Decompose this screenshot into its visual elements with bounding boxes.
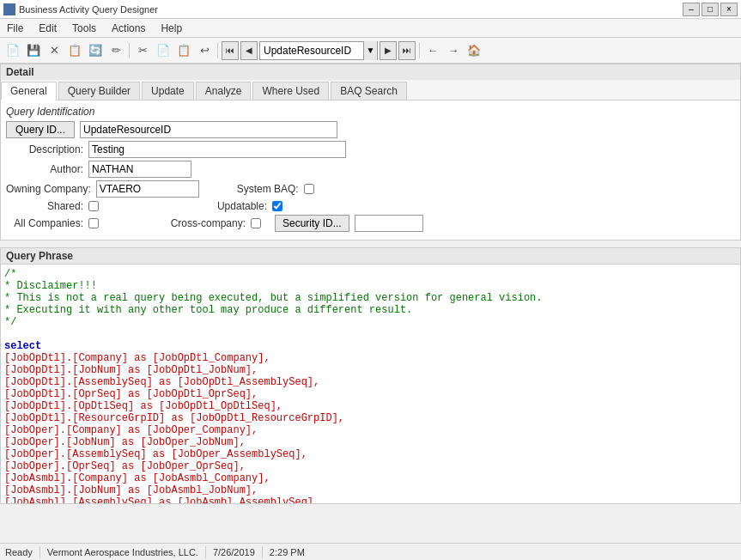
description-input[interactable] [88, 141, 346, 158]
nav-next-button[interactable]: ▶ [380, 41, 397, 60]
section-label: Detail [0, 64, 741, 80]
menu-help[interactable]: Help [157, 21, 185, 35]
menu-tools[interactable]: Tools [69, 21, 100, 35]
code-select: select [4, 340, 737, 352]
author-input[interactable] [88, 161, 191, 178]
delete-button[interactable]: ✕ [45, 41, 64, 60]
nav-prev-button[interactable]: ◀ [240, 41, 258, 60]
edit-button[interactable]: ✏ [106, 41, 125, 60]
shared-updatable-row: Shared: Updatable: [6, 200, 735, 212]
all-companies-checkbox-wrap [88, 218, 99, 228]
system-baq-label: System BAQ: [222, 183, 299, 195]
query-identification-title: Query Identification [6, 106, 735, 118]
cut-button[interactable]: ✂ [133, 41, 152, 60]
tab-analyze[interactable]: Analyze [196, 82, 252, 100]
author-row: Author: [6, 161, 735, 178]
new-button[interactable]: 📄 [3, 41, 22, 60]
security-id-button[interactable]: Security ID... [275, 215, 349, 232]
title-bar: Business Activity Query Designer – □ × [0, 0, 741, 19]
shared-label: Shared: [6, 200, 83, 212]
owning-company-row: Owning Company: System BAQ: [6, 180, 735, 198]
owning-company-label: Owning Company: [6, 183, 91, 195]
back-button[interactable]: ← [423, 41, 442, 60]
code-field-7: [JobOper].[Company] as [JobOper_Company]… [4, 424, 737, 436]
main-container: Detail General Query Builder Update Anal… [0, 64, 741, 543]
status-time: 2:29 PM [270, 547, 305, 557]
separator-3 [419, 43, 420, 58]
query-dropdown-arrow[interactable]: ▼ [363, 41, 377, 60]
cross-company-checkbox[interactable] [251, 218, 261, 228]
all-companies-row: All Companies: Cross-company: Security I… [6, 215, 735, 232]
home-button[interactable]: 🏠 [465, 41, 483, 60]
query-id-input[interactable] [80, 121, 337, 138]
tab-query-builder[interactable]: Query Builder [58, 82, 140, 100]
code-field-3: [JobOpDtl].[AssemblySeq] as [JobOpDtl_As… [4, 376, 737, 388]
shared-checkbox[interactable] [88, 201, 99, 211]
code-field-12: [JobAsmbl].[JobNum] as [JobAsmbl_JobNum]… [4, 484, 737, 496]
title-bar-text: Business Activity Query Designer [19, 4, 158, 15]
query-phrase-section: Query Phrase /* * Disclaimer!!! * This i… [0, 247, 741, 504]
tab-general[interactable]: General [1, 82, 57, 100]
menu-file[interactable]: File [3, 21, 27, 35]
toolbar: 📄 💾 ✕ 📋 🔄 ✏ ✂ 📄 📋 ↩ ⏮ ◀ UpdateResourceID… [0, 38, 741, 64]
code-line-comment-1: /* [4, 268, 737, 280]
tab-baq-search[interactable]: BAQ Search [331, 82, 407, 100]
status-bar: Ready Vermont Aerospace Industries, LLC.… [0, 543, 741, 560]
all-companies-checkbox[interactable] [88, 218, 99, 228]
status-sep-3 [262, 546, 263, 558]
query-phrase-label: Query Phrase [0, 247, 741, 264]
separator-1 [129, 43, 130, 58]
minimize-button[interactable]: – [683, 3, 700, 16]
close-button[interactable]: × [720, 3, 738, 16]
tab-update[interactable]: Update [142, 82, 194, 100]
status-date: 7/26/2019 [213, 547, 255, 557]
code-field-8: [JobOper].[JobNum] as [JobOper_JobNum], [4, 436, 737, 448]
code-line-comment-5: */ [4, 316, 737, 328]
cross-company-label: Cross-company: [168, 217, 246, 229]
code-line-comment-3: * This is not a real query being execute… [4, 292, 737, 304]
code-field-4: [JobOpDtl].[OprSeq] as [JobOpDtl_OprSeq]… [4, 388, 737, 400]
code-field-6: [JobOpDtl].[ResourceGrpID] as [JobOpDtl_… [4, 412, 737, 424]
code-line-comment-2: * Disclaimer!!! [4, 280, 737, 292]
cross-company-checkbox-wrap [251, 218, 261, 228]
maximize-button[interactable]: □ [702, 3, 719, 16]
status-company: Vermont Aerospace Industries, LLC. [47, 547, 198, 557]
updatable-checkbox-wrap [272, 201, 282, 211]
code-blank [4, 328, 737, 340]
description-label: Description: [6, 143, 83, 155]
description-row: Description: [6, 141, 735, 158]
undo-button[interactable]: ↩ [195, 41, 214, 60]
updatable-checkbox[interactable] [272, 201, 282, 211]
refresh-button[interactable]: 🔄 [86, 41, 105, 60]
tab-where-used[interactable]: Where Used [252, 82, 329, 100]
query-id-row: Query ID... [6, 121, 735, 138]
query-phrase-area[interactable]: /* * Disclaimer!!! * This is not a real … [0, 264, 741, 504]
save-button[interactable]: 💾 [24, 41, 43, 60]
general-tab-content: Query Identification Query ID... Descrip… [1, 100, 740, 240]
security-id-input[interactable] [355, 215, 423, 232]
system-baq-checkbox[interactable] [304, 184, 314, 194]
code-field-5: [JobOpDtl].[OpDtlSeq] as [JobOpDtl_OpDtl… [4, 400, 737, 412]
query-dropdown[interactable]: UpdateResourceID ▼ [259, 41, 378, 60]
nav-last-button[interactable]: ⏭ [398, 41, 416, 60]
query-id-button[interactable]: Query ID... [6, 121, 75, 138]
copy-button[interactable]: 📋 [65, 41, 84, 60]
nav-first-button[interactable]: ⏮ [222, 41, 239, 60]
tabs-row: General Query Builder Update Analyze Whe… [1, 80, 740, 100]
all-companies-label: All Companies: [6, 217, 83, 229]
code-line-comment-4: * Executing it with any other tool may p… [4, 304, 737, 316]
menu-actions[interactable]: Actions [108, 21, 149, 35]
code-field-9: [JobOper].[AssemblySeq] as [JobOper_Asse… [4, 448, 737, 460]
copy2-button[interactable]: 📄 [154, 41, 173, 60]
separator-2 [217, 43, 218, 58]
menu-edit[interactable]: Edit [35, 21, 60, 35]
code-field-10: [JobOper].[OprSeq] as [JobOper_OprSeq], [4, 460, 737, 472]
status-sep-2 [205, 546, 206, 558]
tabs-area: General Query Builder Update Analyze Whe… [0, 80, 741, 240]
owning-company-input[interactable] [96, 180, 199, 198]
app-icon [3, 3, 15, 15]
updatable-label: Updatable: [190, 200, 267, 212]
paste-button[interactable]: 📋 [174, 41, 193, 60]
system-baq-checkbox-wrap [304, 184, 314, 194]
forward-button[interactable]: → [444, 41, 463, 60]
